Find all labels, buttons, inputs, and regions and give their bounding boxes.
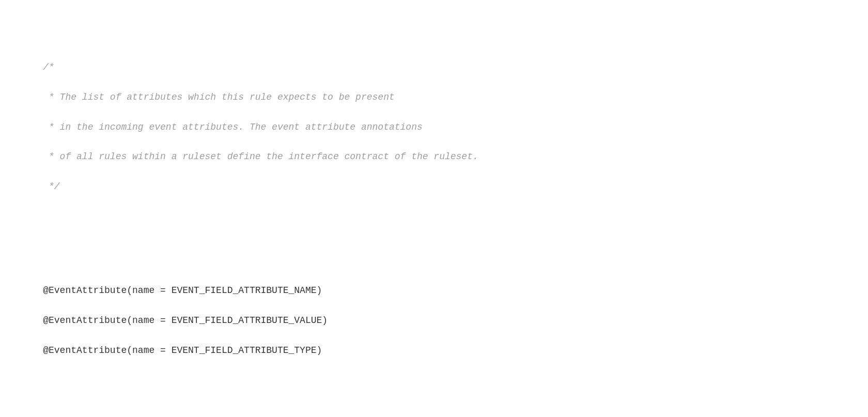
- comment-line: /*: [43, 62, 54, 72]
- comment-line: * of all rules within a ruleset define t…: [43, 151, 478, 162]
- code-editor: /* * The list of attributes which this r…: [21, 16, 847, 417]
- annotation-line: @EventAttribute(name = EVENT_FIELD_ATTRI…: [43, 345, 322, 356]
- annotation-line: @EventAttribute(name = EVENT_FIELD_ATTRI…: [43, 315, 328, 326]
- annotation-line: @EventAttribute(name = EVENT_FIELD_ATTRI…: [43, 285, 322, 296]
- comment-line: * in the incoming event attributes. The …: [43, 122, 423, 132]
- comment-block-1: /* * The list of attributes which this r…: [21, 45, 847, 224]
- comment-line: */: [43, 181, 59, 192]
- annotation-block-1: @EventAttribute(name = EVENT_FIELD_ATTRI…: [21, 269, 847, 388]
- comment-line: * The list of attributes which this rule…: [43, 92, 395, 102]
